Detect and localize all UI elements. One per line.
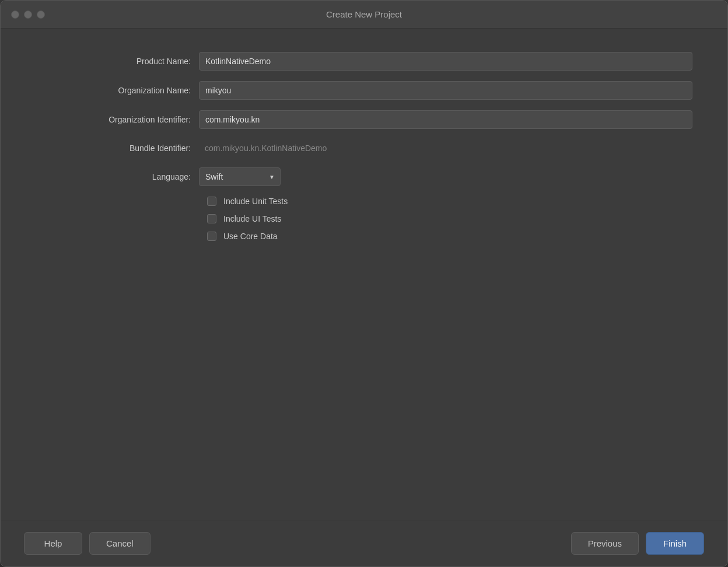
org-identifier-label: Organization Identifier: (36, 115, 199, 124)
help-button[interactable]: Help (24, 532, 82, 555)
bundle-identifier-row: Bundle Identifier: com.mikyou.kn.KotlinN… (36, 139, 692, 157)
language-label: Language: (36, 172, 199, 181)
dialog-window: Create New Project Product Name: Organiz… (0, 0, 728, 567)
title-bar: Create New Project (1, 1, 727, 29)
cancel-button[interactable]: Cancel (89, 532, 150, 555)
product-name-label: Product Name: (36, 57, 199, 66)
finish-button[interactable]: Finish (646, 532, 704, 555)
bottom-left-buttons: Help Cancel (24, 532, 150, 555)
minimize-button[interactable] (24, 10, 32, 19)
org-name-input[interactable] (199, 81, 692, 100)
bottom-right-buttons: Previous Finish (571, 532, 704, 555)
form-content: Product Name: Organization Name: Organiz… (1, 29, 727, 520)
core-data-label: Use Core Data (223, 232, 278, 241)
traffic-lights (11, 10, 45, 19)
bundle-identifier-label: Bundle Identifier: (36, 144, 199, 153)
core-data-checkbox[interactable] (207, 232, 216, 241)
core-data-row: Use Core Data (207, 232, 692, 241)
org-identifier-row: Organization Identifier: (36, 110, 692, 129)
unit-tests-label: Include Unit Tests (223, 197, 288, 206)
ui-tests-checkbox[interactable] (207, 214, 216, 223)
ui-tests-label: Include UI Tests (223, 214, 281, 223)
org-name-label: Organization Name: (36, 86, 199, 95)
language-select-wrapper: Swift Objective-C ▼ (199, 167, 281, 186)
product-name-row: Product Name: (36, 52, 692, 71)
language-row: Language: Swift Objective-C ▼ (36, 167, 692, 186)
org-identifier-input[interactable] (199, 110, 692, 129)
ui-tests-row: Include UI Tests (207, 214, 692, 223)
language-select[interactable]: Swift Objective-C (199, 167, 281, 186)
close-button[interactable] (11, 10, 19, 19)
dialog-title: Create New Project (326, 9, 402, 19)
unit-tests-row: Include Unit Tests (207, 197, 692, 206)
product-name-input[interactable] (199, 52, 692, 71)
previous-button[interactable]: Previous (571, 532, 639, 555)
unit-tests-checkbox[interactable] (207, 197, 216, 206)
maximize-button[interactable] (37, 10, 45, 19)
org-name-row: Organization Name: (36, 81, 692, 100)
bundle-identifier-value: com.mikyou.kn.KotlinNativeDemo (199, 139, 692, 157)
bottom-bar: Help Cancel Previous Finish (1, 520, 727, 566)
